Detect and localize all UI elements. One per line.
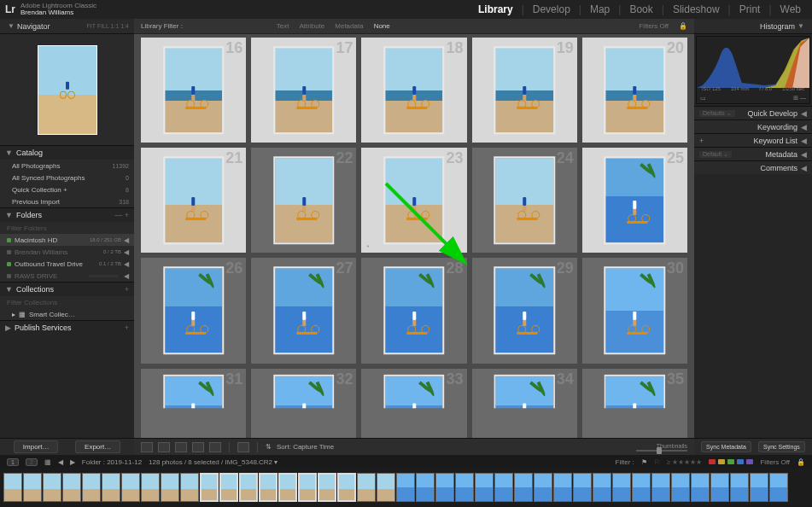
filmstrip-thumb[interactable] [573, 473, 592, 502]
grid-cell[interactable]: 25 [582, 148, 687, 253]
filmstrip[interactable] [0, 469, 812, 506]
grid-cell[interactable]: 18 [361, 38, 466, 143]
filters-off-status[interactable]: Filters Off [760, 458, 790, 466]
color-dot[interactable] [737, 459, 744, 464]
module-slideshow[interactable]: Slideshow [670, 3, 722, 15]
sort-direction-icon[interactable]: ⇅ [266, 443, 272, 451]
back-icon[interactable]: ◀ [58, 458, 63, 466]
navigator-preview[interactable] [0, 34, 134, 145]
filmstrip-thumb[interactable] [318, 473, 336, 502]
thumbnail-grid[interactable]: 1617181920212223*24252627282930313233343… [141, 38, 687, 438]
people-view-button[interactable] [209, 442, 221, 452]
filmstrip-thumb[interactable] [23, 473, 42, 502]
grid-cell[interactable]: 17 [251, 38, 356, 143]
grid-cell[interactable]: 20 [582, 38, 687, 143]
module-library[interactable]: Library [476, 3, 516, 15]
drive-row[interactable]: Macintosh HD18.0 / 251 GB◀ [0, 234, 134, 246]
lock-icon[interactable]: 🔒 [797, 458, 805, 466]
grid-cell[interactable]: 26 [141, 258, 246, 363]
collection-item[interactable]: ▸▦Smart Collec… [0, 308, 134, 320]
sync-metadata-button[interactable]: Sync Metadata [701, 441, 751, 452]
forward-icon[interactable]: ▶ [70, 458, 75, 466]
grid-cell[interactable]: 33 [361, 369, 466, 438]
color-dot[interactable] [718, 459, 725, 464]
sync-settings-button[interactable]: Sync Settings [758, 441, 805, 452]
navigator-header[interactable]: ▼ Navigator FIT FILL 1:1 1:4 [0, 19, 134, 34]
folders-header[interactable]: ▼Folders— + [0, 208, 134, 222]
catalog-row[interactable]: All Photographs11392 [0, 160, 134, 172]
collections-filter[interactable]: Filter Collections [0, 296, 134, 308]
right-panel-keyword-list[interactable]: +Keyword List◀ [694, 133, 812, 147]
painter-button[interactable] [237, 442, 249, 452]
loupe-view-button[interactable] [158, 442, 170, 452]
filmstrip-thumb[interactable] [239, 473, 258, 502]
drive-row[interactable]: RAWS DRIVE◀ [0, 270, 134, 282]
filmstrip-thumb[interactable] [62, 473, 81, 502]
thumbnail-size-slider[interactable] [636, 450, 687, 452]
module-print[interactable]: Print [737, 3, 763, 15]
grid-cell[interactable]: 21 [141, 148, 246, 253]
filmstrip-thumb[interactable] [219, 473, 238, 502]
export-button[interactable]: Export… [75, 440, 120, 453]
publish-header[interactable]: ▶Publish Services+ [0, 321, 134, 335]
filter-metadata[interactable]: Metadata [335, 22, 363, 30]
histogram-header[interactable]: Histogram ▼ [694, 19, 812, 34]
catalog-row[interactable]: Previous Import318 [0, 195, 134, 207]
folders-options-icon[interactable]: — + [114, 211, 129, 219]
compare-view-button[interactable] [175, 442, 187, 452]
import-button[interactable]: Import… [14, 440, 59, 453]
filmstrip-thumb[interactable] [337, 473, 356, 502]
grid-cell[interactable]: 35 [582, 369, 687, 438]
grid-cell[interactable]: 24 [472, 148, 577, 253]
catalog-row[interactable]: All Synced Photographs0 [0, 172, 134, 184]
filmstrip-thumb[interactable] [651, 473, 670, 502]
right-panel-quick-develop[interactable]: Defaults ⌄Quick Develop◀ [694, 106, 812, 119]
filmstrip-thumb[interactable] [710, 473, 729, 502]
grid-cell[interactable]: 32 [251, 369, 356, 438]
filmstrip-thumb[interactable] [180, 473, 199, 502]
flag-filter-icon[interactable]: ⚑ [641, 458, 647, 466]
catalog-row[interactable]: Quick Collection +8 [0, 184, 134, 195]
filmstrip-thumb[interactable] [632, 473, 651, 502]
filmstrip-thumb[interactable] [259, 473, 277, 502]
filmstrip-thumb[interactable] [691, 473, 710, 502]
color-dot[interactable] [746, 459, 753, 464]
right-panel-metadata[interactable]: Default ⌄Metadata◀ [694, 147, 812, 160]
grid-cell[interactable]: 22 [251, 148, 356, 253]
grid-icon[interactable]: ▦ [44, 458, 51, 466]
right-panel-keywording[interactable]: Keywording◀ [694, 119, 812, 133]
survey-view-button[interactable] [192, 442, 204, 452]
secondary-window-button-2[interactable]: 2 [26, 458, 38, 466]
filmstrip-thumb[interactable] [553, 473, 572, 502]
grid-cell[interactable]: 30 [582, 258, 687, 363]
color-dot[interactable] [727, 459, 734, 464]
filmstrip-thumb[interactable] [612, 473, 631, 502]
grid-cell[interactable]: 29 [472, 258, 577, 363]
sort-field[interactable]: Capture Time [293, 443, 334, 451]
filmstrip-thumb[interactable] [298, 473, 317, 502]
lock-icon[interactable]: 🔒 [679, 22, 687, 30]
filters-off-label[interactable]: Filters Off [639, 22, 669, 30]
grid-cell[interactable]: 31 [141, 369, 246, 438]
filmstrip-thumb[interactable] [671, 473, 690, 502]
filmstrip-thumb[interactable] [494, 473, 513, 502]
filmstrip-thumb[interactable] [416, 473, 435, 502]
filmstrip-thumb[interactable] [730, 473, 749, 502]
filmstrip-thumb[interactable] [396, 473, 415, 502]
module-develop[interactable]: Develop [530, 3, 573, 15]
filter-attribute[interactable]: Attribute [299, 22, 324, 30]
filmstrip-thumb[interactable] [435, 473, 454, 502]
grid-cell[interactable]: 28 [361, 258, 466, 363]
module-web[interactable]: Web [778, 3, 803, 15]
filmstrip-thumb[interactable] [141, 473, 160, 502]
right-panel-comments[interactable]: Comments◀ [694, 160, 812, 174]
filmstrip-thumb[interactable] [43, 473, 61, 502]
module-book[interactable]: Book [627, 3, 655, 15]
filmstrip-thumb[interactable] [102, 473, 120, 502]
filmstrip-thumb[interactable] [769, 473, 788, 502]
grid-cell[interactable]: 16 [141, 38, 246, 143]
module-map[interactable]: Map [587, 3, 612, 15]
filmstrip-thumb[interactable] [82, 473, 101, 502]
drive-row[interactable]: Outbound Travel Drive0.1 / 2 TB◀ [0, 258, 134, 270]
grid-cell[interactable]: 19 [472, 38, 577, 143]
